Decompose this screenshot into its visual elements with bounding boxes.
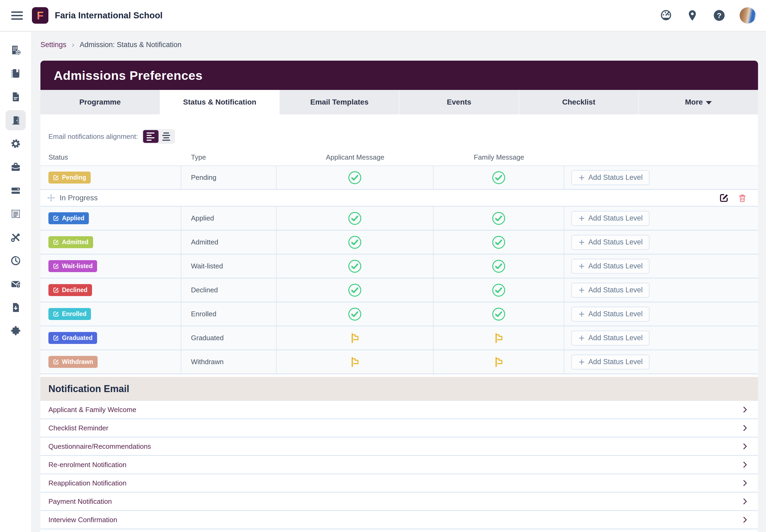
- email-alignment-label: Email notifications alignment:: [48, 132, 138, 141]
- plus-icon: [578, 311, 585, 318]
- edit-icon: [53, 287, 59, 293]
- status-type: Declined: [181, 279, 277, 302]
- sidebar-item-mail-alert[interactable]: [6, 274, 26, 294]
- list-item-applicant-family-welcome[interactable]: Applicant & Family Welcome: [40, 401, 758, 419]
- avatar[interactable]: [739, 7, 756, 24]
- status-badge[interactable]: Withdrawn: [48, 356, 98, 368]
- status-type: Withdrawn: [181, 350, 277, 373]
- chevron-right-icon: [741, 424, 749, 432]
- flag-icon: [493, 332, 505, 344]
- status-badge[interactable]: Enrolled: [48, 308, 91, 320]
- list-item-questionnaire-recommendations[interactable]: Questionnaire/Recommendations: [40, 438, 758, 456]
- align-center-icon[interactable]: [159, 130, 174, 143]
- delete-group-button[interactable]: [738, 193, 747, 202]
- add-status-level-button[interactable]: Add Status Level: [571, 235, 650, 250]
- sidebar-item-tools[interactable]: [6, 227, 26, 247]
- alignment-toggle-group: [142, 129, 175, 144]
- status-row-pending: Pending Pending Add Status Level: [40, 166, 758, 190]
- sidebar: [0, 32, 32, 532]
- locations-pin-icon[interactable]: [686, 9, 699, 22]
- add-status-level-button[interactable]: Add Status Level: [571, 331, 650, 346]
- edit-icon: [53, 311, 59, 317]
- status-row-graduated: Graduated Graduated Add Status Level: [40, 326, 758, 350]
- drag-move-icon[interactable]: [47, 194, 55, 202]
- sidebar-item-briefcase[interactable]: [6, 157, 26, 177]
- plus-icon: [578, 215, 585, 222]
- sidebar-item-gear[interactable]: [6, 134, 26, 154]
- list-item-checklist-reminder[interactable]: Checklist Reminder: [40, 419, 758, 438]
- check-circle-icon: [348, 283, 362, 297]
- chevron-right-icon: [741, 461, 749, 469]
- breadcrumb: Settings › Admission: Status & Notificat…: [40, 39, 181, 51]
- chevron-right-icon: [741, 497, 749, 505]
- check-circle-icon: [492, 171, 506, 185]
- status-row-admitted: Admitted Admitted Add Status Level: [40, 231, 758, 255]
- sidebar-item-export-file[interactable]: [6, 297, 26, 318]
- status-table-header: Status Type Applicant Message Family Mes…: [40, 149, 758, 166]
- menu-hamburger-icon[interactable]: [11, 10, 25, 21]
- list-item-reapplication-notification[interactable]: Reapplication Notification: [40, 474, 758, 493]
- status-row-enrolled: Enrolled Enrolled Add Status Level: [40, 302, 758, 326]
- edit-icon: [53, 215, 59, 221]
- add-status-level-button[interactable]: Add Status Level: [571, 211, 650, 226]
- status-badge[interactable]: Wait-listed: [48, 260, 97, 272]
- tab-more[interactable]: More: [639, 90, 758, 114]
- chevron-right-icon: [741, 516, 749, 524]
- card-body: Email notifications alignment: Status Ty…: [40, 114, 758, 532]
- sidebar-item-school-building[interactable]: [6, 40, 26, 60]
- chevron-right-icon: [741, 479, 749, 487]
- plus-icon: [578, 359, 585, 365]
- column-header-status: Status: [40, 153, 181, 161]
- align-left-icon[interactable]: [143, 130, 159, 143]
- sidebar-item-notebook[interactable]: [6, 63, 26, 84]
- column-header-type: Type: [181, 153, 277, 161]
- status-badge[interactable]: Pending: [48, 172, 91, 184]
- add-status-level-button[interactable]: Add Status Level: [571, 170, 650, 185]
- sidebar-item-integrations-puzzle[interactable]: [6, 321, 26, 341]
- list-item-re-enrolment-notification[interactable]: Re-enrolment Notification: [40, 456, 758, 474]
- partial-next-row: [40, 529, 758, 532]
- check-circle-icon: [492, 211, 506, 226]
- status-badge[interactable]: Declined: [48, 284, 92, 296]
- status-row-declined: Declined Declined Add Status Level: [40, 279, 758, 302]
- plus-icon: [578, 263, 585, 270]
- check-circle-icon: [348, 259, 362, 273]
- sidebar-item-admissions-door[interactable]: [6, 110, 26, 130]
- list-item-payment-notification[interactable]: Payment Notification: [40, 493, 758, 511]
- tab-email-templates[interactable]: Email Templates: [280, 90, 399, 114]
- notification-email-header: Notification Email: [40, 377, 758, 401]
- list-item-interview-confirmation[interactable]: Interview Confirmation: [40, 511, 758, 529]
- edit-icon: [53, 263, 59, 269]
- dashboard-gauge-icon[interactable]: [660, 9, 672, 22]
- column-header-family-message: Family Message: [434, 153, 564, 161]
- tab-programme[interactable]: Programme: [40, 90, 160, 114]
- sidebar-item-history-clock[interactable]: [6, 251, 26, 271]
- section-title: Notification Email: [48, 383, 129, 394]
- add-status-level-button[interactable]: Add Status Level: [571, 259, 650, 274]
- status-type: Admitted: [181, 231, 277, 254]
- sidebar-item-billing-card[interactable]: [6, 180, 26, 201]
- status-badge[interactable]: Applied: [48, 212, 89, 224]
- breadcrumb-current: Admission: Status & Notification: [80, 41, 182, 49]
- status-badge[interactable]: Graduated: [48, 332, 97, 344]
- status-badge[interactable]: Admitted: [48, 236, 93, 248]
- check-circle-icon: [348, 235, 362, 250]
- add-status-level-button[interactable]: Add Status Level: [571, 355, 650, 369]
- check-circle-icon: [492, 283, 506, 297]
- page-title: Admissions Preferences: [54, 68, 203, 83]
- status-type: Wait-listed: [181, 255, 277, 278]
- sidebar-item-newsletter[interactable]: [6, 204, 26, 224]
- add-status-level-button[interactable]: Add Status Level: [571, 307, 650, 322]
- breadcrumb-settings-link[interactable]: Settings: [40, 41, 66, 49]
- school-name: Faria International School: [55, 10, 163, 20]
- status-type: Enrolled: [181, 302, 277, 326]
- tab-checklist[interactable]: Checklist: [519, 90, 639, 114]
- plus-icon: [578, 287, 585, 294]
- add-status-level-button[interactable]: Add Status Level: [571, 283, 650, 298]
- edit-group-button[interactable]: [719, 193, 729, 203]
- tab-events[interactable]: Events: [399, 90, 519, 114]
- sidebar-item-documents[interactable]: [6, 87, 26, 107]
- help-icon[interactable]: [713, 9, 726, 22]
- tab-status-notification[interactable]: Status & Notification: [160, 90, 280, 114]
- breadcrumb-separator: ›: [72, 40, 74, 49]
